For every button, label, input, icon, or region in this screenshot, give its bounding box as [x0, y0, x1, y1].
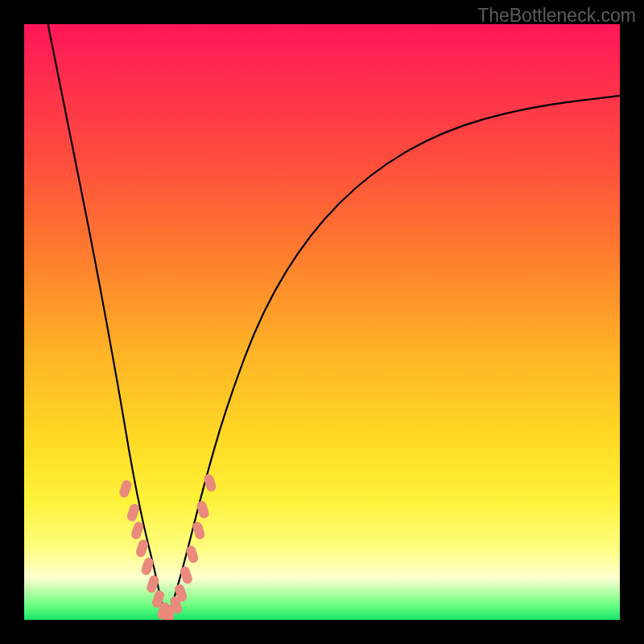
marker-dot: [130, 521, 144, 541]
attribution-watermark: TheBottleneck.com: [477, 5, 636, 27]
plot-area: [24, 24, 620, 620]
chart-frame: TheBottleneck.com: [0, 0, 644, 644]
marker-dot: [126, 502, 140, 522]
curve-layer: [24, 24, 620, 620]
marker-dot: [118, 479, 133, 499]
